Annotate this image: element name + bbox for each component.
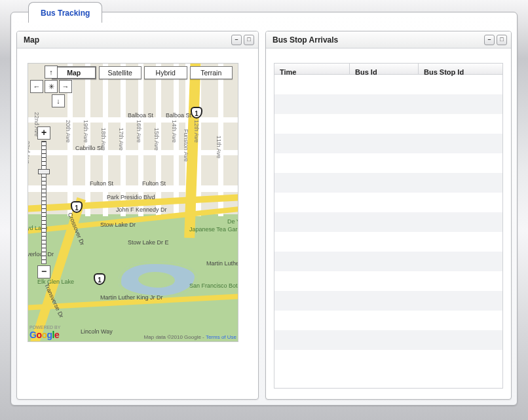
col-header-bus-stop-id[interactable]: Bus Stop Id xyxy=(419,64,502,74)
table-row[interactable] xyxy=(274,114,502,134)
panel-map: Map – □ xyxy=(16,31,259,400)
table-row[interactable] xyxy=(274,271,502,291)
cell-time xyxy=(274,271,350,291)
zoom-control: + − xyxy=(37,126,50,278)
pan-control: ← ✳ → ↓ ↑ xyxy=(29,79,73,108)
cell-bus-stop-id xyxy=(419,193,502,212)
cell-bus-stop-id xyxy=(419,212,502,232)
cell-bus-id xyxy=(350,114,419,134)
content-area: Map – □ xyxy=(16,31,512,400)
maximize-button[interactable]: □ xyxy=(497,35,507,45)
panel-arrivals: Bus Stop Arrivals – □ Time Bus Id Bus St… xyxy=(265,31,512,400)
cell-bus-stop-id xyxy=(419,311,502,330)
cell-bus-id xyxy=(350,153,419,173)
cell-bus-id xyxy=(350,193,419,212)
map-type-hybrid[interactable]: Hybrid xyxy=(144,66,187,79)
map-viewport[interactable]: 1 1 1 Balboa St Balboa St Cabrillo St Fu… xyxy=(28,63,238,342)
cell-bus-id xyxy=(350,75,419,94)
cell-bus-stop-id xyxy=(419,252,502,271)
map-copyright: Map data ©2010 Google - Terms of Use xyxy=(144,334,236,340)
map-type-bar: Map Satellite Hybrid Terrain xyxy=(52,66,233,79)
cell-bus-id xyxy=(350,212,419,232)
cell-bus-stop-id xyxy=(419,232,502,252)
table-row[interactable] xyxy=(274,212,502,232)
panel-map-header: Map – □ xyxy=(17,31,258,48)
table-row[interactable] xyxy=(274,153,502,173)
cell-time xyxy=(274,134,350,153)
cell-bus-stop-id xyxy=(419,153,502,173)
col-header-time[interactable]: Time xyxy=(274,64,350,74)
panel-arrivals-body: Time Bus Id Bus Stop Id xyxy=(266,48,511,399)
cell-time xyxy=(274,193,350,212)
panel-map-tools: – □ xyxy=(231,35,254,45)
cell-bus-id xyxy=(350,330,419,350)
table-row[interactable] xyxy=(274,330,502,350)
table-row[interactable] xyxy=(274,173,502,193)
cell-bus-id xyxy=(350,271,419,291)
map-brand: POWERED BY Google xyxy=(29,325,60,340)
cell-bus-stop-id xyxy=(419,291,502,311)
minimize-button[interactable]: – xyxy=(484,35,495,45)
tab-bus-tracking[interactable]: Bus Tracking xyxy=(28,2,102,23)
map-lake-island xyxy=(138,272,175,288)
cell-time xyxy=(274,252,350,271)
cell-bus-id xyxy=(350,134,419,153)
minimize-button[interactable]: – xyxy=(231,35,242,45)
cell-time xyxy=(274,153,350,173)
table-row[interactable] xyxy=(274,94,502,114)
col-header-bus-id[interactable]: Bus Id xyxy=(350,64,419,74)
panel-map-title: Map xyxy=(24,35,39,45)
cell-bus-id xyxy=(350,232,419,252)
cell-time xyxy=(274,232,350,252)
panel-arrivals-tools: – □ xyxy=(484,35,507,45)
panel-arrivals-header: Bus Stop Arrivals – □ xyxy=(266,31,511,48)
map-type-terrain[interactable]: Terrain xyxy=(190,66,233,79)
google-logo-icon: Google xyxy=(29,330,59,340)
table-row[interactable] xyxy=(274,252,502,271)
cell-bus-id xyxy=(350,94,419,114)
table-row[interactable] xyxy=(274,311,502,330)
cell-time xyxy=(274,75,350,94)
cell-bus-stop-id xyxy=(419,330,502,350)
pan-left-button[interactable]: ← xyxy=(30,80,43,93)
zoom-slider-track[interactable] xyxy=(41,141,47,264)
pan-home-button[interactable]: ✳ xyxy=(45,80,58,93)
map-powered-by: POWERED BY xyxy=(29,325,60,330)
table-row[interactable] xyxy=(274,232,502,252)
cell-bus-stop-id xyxy=(419,271,502,291)
cell-bus-stop-id xyxy=(419,94,502,114)
cell-bus-id xyxy=(350,173,419,193)
pan-right-button[interactable]: → xyxy=(59,80,72,93)
zoom-slider-thumb[interactable] xyxy=(38,169,50,174)
cell-time xyxy=(274,311,350,330)
panel-map-body: 1 1 1 Balboa St Balboa St Cabrillo St Fu… xyxy=(17,48,258,399)
cell-time xyxy=(274,291,350,311)
arrivals-grid-header: Time Bus Id Bus Stop Id xyxy=(274,64,502,75)
cell-time xyxy=(274,173,350,193)
cell-time xyxy=(274,114,350,134)
map-type-map[interactable]: Map xyxy=(52,66,96,79)
cell-bus-stop-id xyxy=(419,134,502,153)
cell-bus-id xyxy=(350,252,419,271)
app-shell: Bus Tracking Map – □ xyxy=(10,12,518,406)
cell-time xyxy=(274,94,350,114)
panel-arrivals-title: Bus Stop Arrivals xyxy=(273,35,338,45)
pan-up-button[interactable]: ↑ xyxy=(45,66,58,79)
table-row[interactable] xyxy=(274,134,502,153)
cell-time xyxy=(274,330,350,350)
cell-time xyxy=(274,212,350,232)
zoom-in-button[interactable]: + xyxy=(37,126,50,140)
table-row[interactable] xyxy=(274,291,502,311)
terms-of-use-link[interactable]: Terms of Use xyxy=(206,334,236,340)
maximize-button[interactable]: □ xyxy=(244,35,254,45)
cell-bus-stop-id xyxy=(419,173,502,193)
zoom-out-button[interactable]: − xyxy=(37,265,50,278)
table-row[interactable] xyxy=(274,75,502,94)
map-type-satellite[interactable]: Satellite xyxy=(99,66,142,79)
arrivals-grid: Time Bus Id Bus Stop Id xyxy=(274,63,503,389)
arrivals-grid-body[interactable] xyxy=(274,75,502,388)
pan-down-button[interactable]: ↓ xyxy=(52,94,65,107)
map-attribution: POWERED BY Google Map data ©2010 Google … xyxy=(29,325,236,340)
cell-bus-id xyxy=(350,311,419,330)
table-row[interactable] xyxy=(274,193,502,212)
